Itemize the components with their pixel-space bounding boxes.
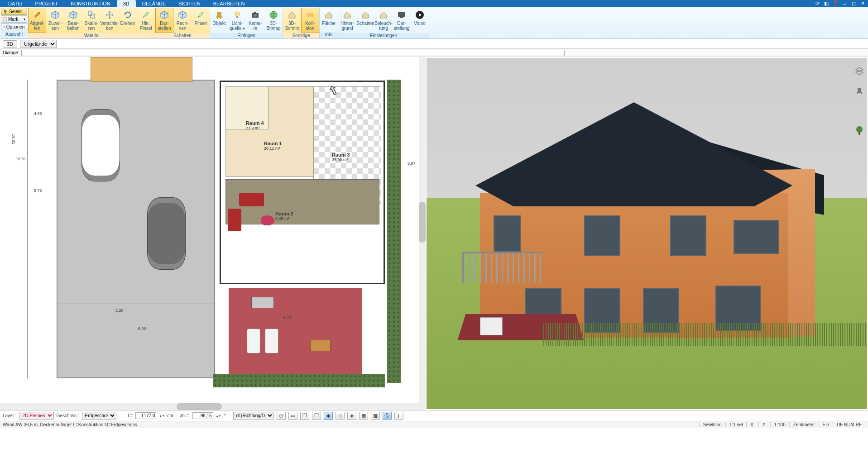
tool-clock-icon[interactable]: ◷ [277,412,286,420]
menu-bar: DATEI PROJEKT KONSTRUKTION 3D GELÄNDE SI… [0,0,868,7]
tree-icon[interactable] [854,125,865,137]
tool-info-icon[interactable]: i [394,412,403,420]
balcony [462,252,543,283]
ribbon-btn-brush2[interactable]: Pinsel [192,8,210,33]
ribbon-btn-collision[interactable]: Kolli-sion [301,8,319,33]
view-layer-select[interactable]: Urgelände [20,40,57,48]
ribbon-btn-display[interactable]: Dar-stellung [393,8,411,33]
house-light-icon [379,10,388,20]
status-bar: Wand AW 36,5 m, Deckenauflager L=Konstru… [0,421,868,428]
house-bg-icon [342,10,352,20]
svg-rect-4 [236,16,238,18]
ribbon-btn-house-shadow[interactable]: Schatten [356,8,374,33]
status-selektion: Selektion [699,422,725,427]
phi-input[interactable] [192,412,213,419]
ribbon-btn-brush[interactable]: Hin.Pinsel [137,8,155,33]
render-view-3d[interactable] [426,57,868,410]
select-button[interactable]: Selekt. [1,8,27,15]
svg-point-3 [235,12,240,16]
minimize-icon[interactable]: – [841,0,848,7]
length-input[interactable] [135,412,156,419]
ribbon-btn-label: Schatten [356,21,374,26]
tool-grid1-icon[interactable]: ▦ [359,412,368,420]
tool-snap2-icon[interactable]: ◇ [336,412,345,420]
layers-icon[interactable] [854,65,865,77]
tool-snap1-icon[interactable]: ◆ [324,412,333,420]
furniture-icon[interactable] [854,85,865,97]
svg-rect-11 [398,12,405,17]
layout-icon[interactable]: ◧ [823,0,830,7]
plan-scrollbar-vertical[interactable] [419,57,426,403]
ribbon-btn-cube-assign[interactable]: Zuwei-sen [46,8,64,33]
tool-grid2-icon[interactable]: ▩ [371,412,380,420]
ribbon-btn-house-cut[interactable]: 3D-Schnitt [283,8,301,33]
beanbag [261,215,274,225]
ribbon-btn-label: Verschie-ben [100,21,119,31]
tool-snap3-icon[interactable]: ◈ [347,412,356,420]
globe-icon [269,10,278,20]
tool-north-icon[interactable]: Ⓝ [383,412,392,420]
status-y: Y: [758,422,770,427]
extra-dropdown[interactable]: dl (Richtung/Di [233,412,274,420]
ribbon-btn-label: Video [414,21,425,26]
ribbon-group-sonstige: 3D-SchnittKolli-sionSonstige [283,7,320,38]
ribbon-caption: Einstellungen [338,33,429,38]
ribbon-btn-chair[interactable]: Objekt [210,8,228,33]
view-mode-tab[interactable]: 3D [3,40,17,48]
layer-select[interactable]: 2D-Elemen [19,412,54,420]
room4-label: Raum 42,89 m² [246,120,264,130]
ribbon-btn-eyedropper[interactable]: Abgrei-fen [28,8,46,33]
tool-layers-icon[interactable]: ❐ [300,412,309,420]
color-palette-icon[interactable] [854,105,865,117]
menu-tab-datei[interactable]: DATEI [2,0,29,7]
help-icon[interactable]: ❓ [832,0,839,7]
ribbon-btn-cube-edit[interactable]: Bear-beiten [64,8,82,33]
status-text: Wand AW 36,5 m, Deckenauflager L=Konstru… [3,422,137,427]
lounger-2 [265,329,278,353]
close-icon[interactable]: ✕ [859,0,866,7]
dim-5-76: 5,76 [34,188,42,193]
mark-button[interactable]: Mark. ▾ [1,15,27,23]
dialoge-bar: Dialoge: [0,49,868,57]
svg-rect-0 [3,17,7,21]
plan-scrollbar-horizontal[interactable] [0,403,426,410]
ribbon-btn-rotate[interactable]: Drehen [119,8,137,33]
ribbon-btn-label: Kolli-sion [305,21,315,31]
options-button[interactable]: + Optionen [1,23,27,30]
tool-stack-icon[interactable]: ❒ [312,412,321,420]
geschoss-select[interactable]: Erdgeschos [82,412,116,420]
menu-tab-gelaende[interactable]: GELÄNDE [136,0,173,7]
length-label: l = [128,413,133,418]
grass-strip [543,323,867,346]
maximize-icon[interactable]: ◻ [850,0,857,7]
view-selector-bar: 3D Urgelände [0,39,868,49]
menu-tab-projekt[interactable]: PROJEKT [29,0,65,7]
dialoge-input[interactable] [21,50,565,56]
ribbon-btn-play[interactable]: Video [411,8,429,33]
menu-tab-konstruktion[interactable]: KONSTRUKTION [64,0,116,7]
ribbon-btn-label: Skalie-ren [85,21,99,31]
ribbon-btn-house-bg[interactable]: Hinter-grund [338,8,356,33]
dropdown-icon: ▾ [24,17,25,21]
ribbon-btn-move[interactable]: Verschie-ben [101,8,119,33]
ribbon-btn-cube-shadow[interactable]: Dar-stellen [155,8,173,33]
menu-tab-sichten[interactable]: SICHTEN [172,0,206,7]
svg-rect-12 [400,17,403,18]
ribbon-btn-area[interactable]: Fläche [320,8,338,32]
ribbon-btn-scale[interactable]: Skalie-ren [82,8,101,33]
plan-view-2d[interactable]: Raum 42,89 m² Raum 120,11 m² Raum 325,90… [0,57,426,410]
ribbon-btn-label: Licht-quelle ▾ [230,21,245,31]
menu-tab-3d[interactable]: 3D [117,0,136,7]
tool-monitor-icon[interactable]: ▭ [288,412,297,420]
brush-icon [141,10,151,20]
menu-tab-bearbeiten[interactable]: BEARBEITEN [207,0,251,7]
ribbon-btn-cube-calc[interactable]: Rech-nen [173,8,192,33]
ribbon-btn-camera[interactable]: Kame-ra [246,8,264,33]
mark-label: Mark. [8,17,19,22]
ribbon-btn-label: Dar-stellung [394,21,409,31]
ribbon-btn-bulb[interactable]: Licht-quelle ▾ [228,8,246,33]
ribbon-btn-globe[interactable]: 3D-Bitmap [264,8,283,33]
dim-b-6-00: 6,00 [138,326,146,331]
ribbon-btn-house-light[interactable]: Beleuch-tung [374,8,393,33]
refresh-icon[interactable]: ⟳ [814,0,821,7]
